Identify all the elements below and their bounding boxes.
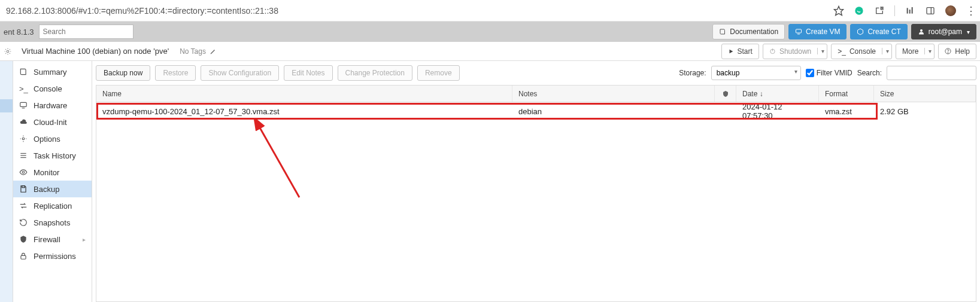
gear-icon[interactable] bbox=[4, 47, 17, 56]
pencil-icon[interactable] bbox=[210, 48, 217, 55]
shutdown-button[interactable]: Shutdown ▾ bbox=[763, 44, 827, 59]
tags-area[interactable]: No Tags bbox=[180, 47, 217, 56]
sidebar-item-firewall[interactable]: Firewall ▸ bbox=[13, 231, 92, 248]
storage-label: Storage: bbox=[679, 69, 706, 77]
svg-point-16 bbox=[948, 53, 948, 53]
version-label: ent 8.1.3 bbox=[4, 28, 34, 36]
sidebar-item-label: Permissions bbox=[34, 252, 76, 261]
sidebar-item-snapshots[interactable]: Snapshots bbox=[13, 214, 92, 231]
svg-point-11 bbox=[7, 50, 9, 53]
filter-vmid-input[interactable] bbox=[806, 69, 814, 77]
sidebar-item-summary[interactable]: Summary bbox=[13, 63, 92, 80]
grid-header: Name Notes Date ↓ Format Size bbox=[96, 86, 976, 102]
browser-menu-icon[interactable]: ⋮ bbox=[966, 5, 976, 16]
svg-point-2 bbox=[881, 8, 882, 10]
col-notes[interactable]: Notes bbox=[512, 86, 715, 102]
extensions-icon[interactable] bbox=[874, 5, 885, 16]
storage-select[interactable] bbox=[711, 66, 801, 80]
col-format[interactable]: Format bbox=[819, 86, 874, 102]
sync-icon bbox=[19, 202, 29, 210]
chevron-down-icon[interactable]: ▾ bbox=[817, 48, 824, 54]
show-config-button[interactable]: Show Configuration bbox=[201, 65, 279, 81]
sidebar-item-label: Hardware bbox=[34, 101, 67, 110]
start-button[interactable]: Start bbox=[721, 44, 759, 59]
storage-select-input[interactable] bbox=[711, 66, 801, 80]
sidebar-item-cloudinit[interactable]: Cloud-Init bbox=[13, 114, 92, 130]
documentation-button[interactable]: Documentation bbox=[712, 24, 785, 39]
console-button[interactable]: >_ Console ▾ bbox=[831, 44, 892, 59]
filter-vmid-label: Filter VMID bbox=[817, 69, 852, 77]
create-vm-button[interactable]: Create VM bbox=[788, 24, 846, 39]
sidebar-item-label: Cloud-Init bbox=[34, 118, 67, 127]
sidebar-item-console[interactable]: >_ Console bbox=[13, 80, 92, 97]
backup-grid: Name Notes Date ↓ Format Size vzdump-qem… bbox=[96, 85, 976, 302]
help-icon bbox=[945, 48, 951, 54]
panel-icon[interactable] bbox=[925, 5, 936, 16]
sidebar-item-label: Options bbox=[34, 135, 60, 144]
start-label: Start bbox=[738, 47, 753, 56]
chevron-down-icon[interactable]: ▾ bbox=[924, 48, 932, 54]
eye-icon bbox=[19, 168, 29, 176]
music-icon[interactable] bbox=[905, 5, 915, 16]
svg-rect-24 bbox=[22, 186, 25, 188]
sidebar-item-monitor[interactable]: Monitor bbox=[13, 164, 92, 181]
profile-avatar-icon[interactable] bbox=[945, 5, 956, 16]
list-icon bbox=[19, 151, 29, 160]
grammarly-icon[interactable] bbox=[854, 5, 864, 16]
col-size[interactable]: Size bbox=[874, 86, 976, 102]
browser-address-bar: 92.168.2.103:8006/#v1:0:=qemu%2F100:4:=d… bbox=[0, 0, 980, 22]
more-button[interactable]: More ▾ bbox=[896, 44, 935, 59]
create-ct-button[interactable]: Create CT bbox=[850, 24, 907, 39]
col-date[interactable]: Date ↓ bbox=[736, 86, 819, 102]
svg-rect-5 bbox=[912, 7, 913, 14]
help-button[interactable]: Help bbox=[938, 44, 976, 59]
chevron-down-icon[interactable]: ▾ bbox=[882, 48, 889, 54]
sidebar-item-label: Backup bbox=[34, 185, 59, 194]
table-row[interactable]: vzdump-qemu-100-2024_01_12-07_57_30.vma.… bbox=[96, 102, 976, 120]
app-topbar: ent 8.1.3 Documentation Create VM Create… bbox=[0, 22, 980, 42]
sidebar-item-hardware[interactable]: Hardware bbox=[13, 97, 92, 114]
monitor-icon bbox=[795, 28, 802, 35]
backup-now-button[interactable]: Backup now bbox=[96, 65, 150, 81]
svg-marker-12 bbox=[729, 49, 733, 53]
col-protection[interactable] bbox=[715, 86, 736, 102]
sidebar-item-label: Monitor bbox=[34, 168, 59, 177]
browser-url[interactable]: 92.168.2.103:8006/#v1:0:=qemu%2F100:4:=d… bbox=[4, 6, 833, 16]
col-name[interactable]: Name bbox=[96, 86, 512, 102]
remove-button[interactable]: Remove bbox=[417, 65, 460, 81]
user-icon bbox=[918, 28, 925, 35]
user-menu-button[interactable]: root@pam ▾ bbox=[911, 24, 976, 39]
create-vm-label: Create VM bbox=[806, 28, 840, 36]
user-label: root@pam bbox=[929, 28, 962, 36]
sidebar-item-label: Task History bbox=[34, 151, 76, 160]
edit-notes-button[interactable]: Edit Notes bbox=[284, 65, 332, 81]
change-protection-button[interactable]: Change Protection bbox=[338, 65, 412, 81]
vm-sidebar: Summary >_ Console Hardware Cloud-Init O… bbox=[13, 61, 92, 302]
separator bbox=[894, 5, 895, 16]
cell-format: vma.zst bbox=[819, 107, 874, 116]
play-icon bbox=[728, 48, 734, 54]
more-label: More bbox=[902, 47, 918, 56]
gear-icon bbox=[19, 135, 29, 143]
console-label: Console bbox=[849, 47, 876, 56]
power-icon bbox=[769, 48, 776, 54]
sidebar-item-options[interactable]: Options bbox=[13, 130, 92, 147]
restore-button[interactable]: Restore bbox=[155, 65, 196, 81]
sidebar-item-backup[interactable]: Backup bbox=[13, 181, 92, 197]
svg-point-19 bbox=[22, 138, 25, 140]
chevron-down-icon: ▾ bbox=[967, 29, 970, 35]
cell-notes: debian bbox=[512, 107, 715, 116]
grid-search-input[interactable] bbox=[887, 66, 976, 80]
sidebar-item-label: Replication bbox=[34, 202, 72, 211]
terminal-icon: >_ bbox=[19, 84, 29, 93]
global-search-input[interactable] bbox=[39, 25, 134, 39]
sidebar-item-permissions[interactable]: Permissions bbox=[13, 248, 92, 264]
sidebar-item-replication[interactable]: Replication bbox=[13, 197, 92, 214]
create-ct-label: Create CT bbox=[867, 28, 900, 36]
sidebar-item-label: Firewall bbox=[34, 235, 60, 244]
main-panel: Backup now Restore Show Configuration Ed… bbox=[92, 61, 980, 302]
sidebar-item-taskhistory[interactable]: Task History bbox=[13, 147, 92, 164]
chevron-right-icon: ▸ bbox=[83, 236, 86, 243]
bookmark-star-icon[interactable] bbox=[833, 5, 844, 16]
filter-vmid-checkbox[interactable]: Filter VMID bbox=[806, 69, 852, 77]
